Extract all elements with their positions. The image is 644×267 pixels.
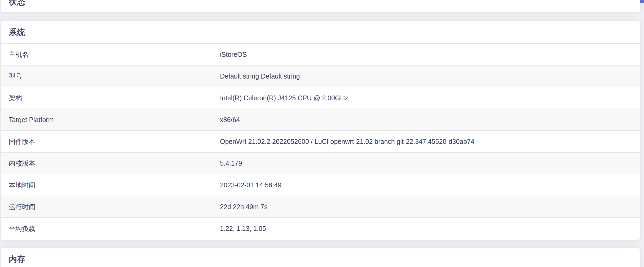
table-row-load-average: 平均负载 1.22, 1.13, 1.05 [1, 217, 640, 239]
row-label: 本地时间 [1, 181, 220, 190]
row-value: Intel(R) Celeron(R) J4125 CPU @ 2.00GHz [220, 94, 640, 102]
scrollbar-thumb[interactable] [640, 0, 644, 3]
table-row-kernel-version: 内核版本 5.4.179 [1, 152, 640, 174]
row-value: OpenWrt 21.02.2 2022052600 / LuCI openwr… [220, 138, 640, 145]
system-card: 系统 主机名 iStoreOS 型号 Default string Defaul… [1, 21, 640, 240]
row-value: Default string Default string [220, 72, 640, 80]
row-label: 架构 [1, 94, 220, 102]
row-label: 内核版本 [1, 159, 220, 168]
row-label: 主机名 [1, 50, 220, 59]
page-title: 状态 [1, 0, 25, 12]
row-label: 固件版本 [1, 137, 220, 146]
memory-card: 内存 [1, 248, 640, 267]
table-row-uptime: 运行时间 22d 22h 49m 7s [1, 196, 640, 217]
row-label: 运行时间 [1, 203, 220, 211]
system-info-table: 主机名 iStoreOS 型号 Default string Default s… [1, 43, 640, 239]
table-row-firmware-version: 固件版本 OpenWrt 21.02.2 2022052600 / LuCI o… [1, 130, 640, 152]
memory-section-title: 内存 [1, 248, 640, 267]
row-label: 型号 [1, 72, 220, 81]
row-label: Target Platform [1, 116, 220, 124]
system-section-title: 系统 [1, 21, 640, 43]
row-value: x86/64 [220, 116, 640, 124]
row-label: 平均负载 [1, 224, 220, 233]
row-value: 22d 22h 49m 7s [220, 203, 640, 211]
row-value: iStoreOS [220, 51, 640, 58]
page-title-card: 状态 [1, 0, 640, 12]
page-content: 状态 系统 主机名 iStoreOS 型号 Default string Def… [1, 0, 640, 267]
status-page: 状态 系统 主机名 iStoreOS 型号 Default string Def… [0, 0, 644, 267]
table-row-target-platform: Target Platform x86/64 [1, 109, 640, 130]
row-value: 5.4.179 [220, 160, 640, 167]
table-row-local-time: 本地时间 2023-02-01 14:58:49 [1, 174, 640, 196]
row-value: 2023-02-01 14:58:49 [220, 181, 640, 189]
table-row-model: 型号 Default string Default string [1, 65, 640, 87]
table-row-architecture: 架构 Intel(R) Celeron(R) J4125 CPU @ 2.00G… [1, 87, 640, 109]
table-row-hostname: 主机名 iStoreOS [1, 43, 640, 65]
row-value: 1.22, 1.13, 1.05 [220, 225, 640, 232]
